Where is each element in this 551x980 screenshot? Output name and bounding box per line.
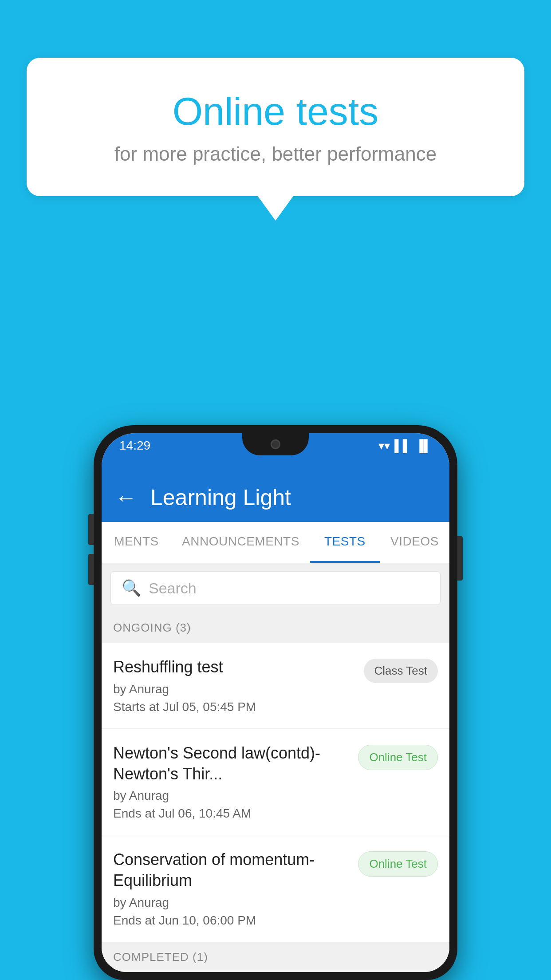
app-bar: ← Learning Light: [102, 473, 449, 522]
side-buttons-right: [457, 536, 463, 581]
tab-ments[interactable]: MENTS: [102, 522, 171, 563]
ongoing-section-header: ONGOING (3): [102, 613, 449, 643]
search-bar[interactable]: 🔍 Search: [110, 571, 441, 605]
phone-frame: 14:29 ▾▾ ▌▌ ▐▌ ← Learning Light: [94, 425, 457, 980]
test-badge-online-2: Online Test: [358, 851, 438, 877]
test-time: Starts at Jul 05, 05:45 PM: [113, 700, 355, 714]
volume-down-button[interactable]: [88, 554, 94, 585]
speech-bubble: Online tests for more practice, better p…: [27, 58, 524, 196]
test-item[interactable]: Newton's Second law(contd)-Newton's Thir…: [102, 729, 449, 836]
test-name: Newton's Second law(contd)-Newton's Thir…: [113, 743, 349, 785]
tab-tests[interactable]: TESTS: [310, 522, 380, 563]
search-input[interactable]: Search: [149, 580, 197, 597]
tab-videos[interactable]: VIDEOS: [380, 522, 449, 563]
notch-cutout: [242, 433, 309, 455]
volume-up-button[interactable]: [88, 514, 94, 545]
search-icon: 🔍: [122, 579, 142, 597]
test-badge-online: Online Test: [358, 745, 438, 770]
test-info: Newton's Second law(contd)-Newton's Thir…: [113, 743, 358, 821]
test-item[interactable]: Conservation of momentum-Equilibrium by …: [102, 835, 449, 942]
speech-bubble-subtitle: for more practice, better performance: [62, 143, 489, 165]
test-list: Reshuffling test by Anurag Starts at Jul…: [102, 643, 449, 942]
test-info: Reshuffling test by Anurag Starts at Jul…: [113, 657, 364, 714]
signal-icon: ▌▌: [394, 439, 411, 453]
speech-bubble-arrow: [258, 196, 293, 221]
test-by: by Anurag: [113, 789, 349, 803]
speech-bubble-container: Online tests for more practice, better p…: [27, 58, 524, 221]
test-by: by Anurag: [113, 682, 355, 696]
test-time: Ends at Jul 06, 10:45 AM: [113, 806, 349, 821]
search-container: 🔍 Search: [102, 563, 449, 613]
completed-section-header: COMPLETED (1): [102, 942, 449, 972]
test-badge-class: Class Test: [364, 659, 438, 683]
back-button[interactable]: ←: [115, 485, 137, 510]
battery-icon: ▐▌: [415, 439, 432, 453]
app-bar-title: Learning Light: [150, 485, 291, 510]
status-icons: ▾▾ ▌▌ ▐▌: [378, 439, 432, 453]
camera-dot: [271, 439, 280, 449]
side-buttons-left: [88, 514, 94, 594]
tab-announcements[interactable]: ANNOUNCEMENTS: [171, 522, 310, 563]
test-item[interactable]: Reshuffling test by Anurag Starts at Jul…: [102, 643, 449, 729]
test-by: by Anurag: [113, 896, 349, 910]
test-name: Reshuffling test: [113, 657, 355, 678]
status-time: 14:29: [119, 439, 150, 453]
test-name: Conservation of momentum-Equilibrium: [113, 850, 349, 891]
test-time: Ends at Jun 10, 06:00 PM: [113, 913, 349, 928]
power-button[interactable]: [457, 536, 463, 581]
wifi-icon: ▾▾: [378, 439, 390, 453]
speech-bubble-title: Online tests: [62, 89, 489, 134]
tabs-container: MENTS ANNOUNCEMENTS TESTS VIDEOS: [102, 522, 449, 563]
test-info: Conservation of momentum-Equilibrium by …: [113, 850, 358, 928]
status-bar-area: 14:29 ▾▾ ▌▌ ▐▌: [102, 433, 449, 473]
